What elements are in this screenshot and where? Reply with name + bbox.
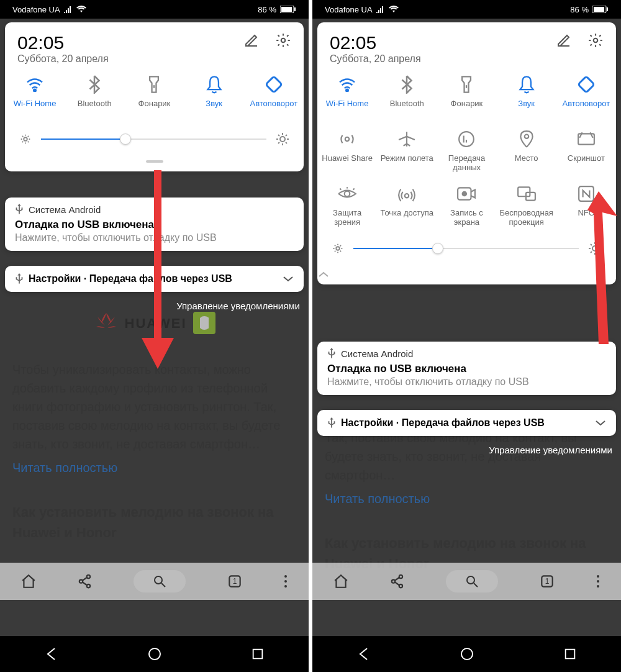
edit-icon[interactable] bbox=[244, 33, 259, 48]
data-icon bbox=[456, 129, 476, 149]
nav-back-icon[interactable] bbox=[356, 647, 371, 661]
notif-title: Отладка по USB включена bbox=[327, 363, 606, 375]
svg-point-16 bbox=[284, 575, 287, 578]
gear-icon[interactable] bbox=[275, 32, 291, 48]
article-title: Как установить мелодию на звонок на Huaw… bbox=[12, 502, 296, 543]
gear-icon[interactable] bbox=[587, 32, 604, 48]
qs-shot-label: Скриншот bbox=[568, 154, 605, 173]
home-icon[interactable] bbox=[20, 573, 37, 589]
svg-text:1: 1 bbox=[545, 577, 550, 586]
read-more-link[interactable]: Читать полностью bbox=[12, 458, 296, 477]
svg-rect-23 bbox=[607, 7, 608, 11]
qs-air-label: Режим полета bbox=[381, 154, 433, 173]
qs-airplane[interactable]: Режим полета bbox=[379, 129, 435, 173]
qs-rotate[interactable]: Автоповорот bbox=[558, 75, 614, 118]
notification-usb-transfer[interactable]: Настройки · Передача файлов через USB bbox=[317, 410, 616, 436]
svg-point-29 bbox=[460, 132, 474, 147]
rotate-icon bbox=[576, 75, 596, 94]
svg-rect-51 bbox=[565, 650, 574, 659]
brightness-high-icon bbox=[587, 241, 602, 256]
svg-point-48 bbox=[597, 580, 599, 583]
battery-label: 86 % bbox=[570, 5, 589, 14]
manage-notifications-link[interactable]: Управление уведомлениями bbox=[489, 445, 612, 455]
qs-torch-label: Фонарик bbox=[451, 99, 483, 118]
qs-huawei-share[interactable]: Huawei Share bbox=[319, 129, 375, 173]
battery-icon bbox=[592, 6, 609, 13]
collapse-chevron-icon[interactable] bbox=[317, 267, 616, 284]
svg-rect-1 bbox=[281, 7, 292, 12]
usb-icon bbox=[15, 273, 24, 284]
qs-eye-comfort[interactable]: Защита зрения bbox=[319, 184, 375, 227]
nav-home-icon[interactable] bbox=[460, 647, 474, 661]
notification-usb-transfer[interactable]: Настройки · Передача файлов через USB bbox=[5, 266, 304, 292]
qs-bluetooth[interactable]: Bluetooth bbox=[379, 75, 435, 118]
menu-dots-icon[interactable] bbox=[596, 574, 601, 589]
qs-torch[interactable]: Фонарик bbox=[438, 75, 494, 118]
qs-share-label: Huawei Share bbox=[322, 154, 373, 173]
qs-rotate[interactable]: Автоповорот bbox=[246, 75, 302, 118]
brightness-low-icon bbox=[331, 242, 345, 255]
qs-torch[interactable]: Фонарик bbox=[126, 75, 182, 118]
notif-subtitle: Нажмите, чтобы отключить отладку по USB bbox=[327, 376, 606, 388]
qs-bluetooth[interactable]: Bluetooth bbox=[66, 75, 122, 118]
brightness-low-icon bbox=[19, 132, 32, 146]
qs-screen-record[interactable]: Запись с экрана bbox=[438, 184, 494, 227]
nav-back-icon[interactable] bbox=[44, 647, 59, 661]
qs-row-3: Защита зрения Точка доступа Запись с экр… bbox=[317, 180, 616, 235]
share-icon[interactable] bbox=[389, 573, 406, 589]
quick-settings-panel-expanded[interactable]: 02:05 Суббота, 20 апреля Wi-Fi Home Blue… bbox=[317, 22, 616, 284]
tabs-icon[interactable]: 1 bbox=[539, 573, 555, 589]
menu-dots-icon[interactable] bbox=[283, 574, 288, 589]
notification-usb-debug[interactable]: Система Android Отладка по USB включена … bbox=[5, 198, 304, 251]
notification-usb-debug[interactable]: Система Android Отладка по USB включена … bbox=[317, 342, 616, 395]
nav-recent-icon[interactable] bbox=[563, 647, 577, 661]
notif-app-label: Система Android bbox=[341, 348, 413, 359]
battery-icon bbox=[280, 6, 296, 13]
bell-icon bbox=[517, 75, 537, 94]
tabs-icon[interactable]: 1 bbox=[227, 573, 243, 589]
navigation-bar bbox=[312, 636, 621, 672]
svg-point-8 bbox=[24, 137, 27, 141]
svg-point-47 bbox=[597, 575, 599, 578]
qs-wifi[interactable]: Wi-Fi Home bbox=[319, 75, 375, 118]
brightness-slider[interactable] bbox=[353, 248, 579, 249]
quick-settings-panel[interactable]: 02:05 Суббота, 20 апреля Wi-Fi Home Blue… bbox=[5, 22, 304, 171]
read-more-link[interactable]: Читать полностью bbox=[325, 489, 609, 508]
qs-wifi[interactable]: Wi-Fi Home bbox=[7, 75, 63, 118]
svg-point-30 bbox=[524, 135, 528, 138]
qs-wireless-projection[interactable]: Беспроводная проекция bbox=[499, 184, 555, 227]
nfc-icon bbox=[576, 184, 596, 204]
usb-icon bbox=[327, 348, 336, 359]
qs-row-1: Wi-Fi Home Bluetooth Фонарик Звук Автопо… bbox=[317, 71, 616, 125]
svg-point-28 bbox=[345, 137, 349, 141]
nav-home-icon[interactable] bbox=[147, 647, 162, 661]
flashlight-icon bbox=[456, 75, 476, 94]
article-paragraph: Так, поставив свою мелодию на контакт, в… bbox=[325, 429, 609, 484]
qs-mobile-data[interactable]: Передача данных bbox=[438, 129, 494, 173]
qs-sound[interactable]: Звук bbox=[186, 75, 242, 118]
qs-screenshot[interactable]: Скриншот bbox=[558, 129, 614, 173]
brightness-slider[interactable] bbox=[41, 138, 266, 140]
share-icon[interactable] bbox=[77, 573, 93, 589]
search-icon[interactable] bbox=[446, 570, 498, 593]
svg-rect-7 bbox=[266, 76, 282, 93]
panel-drag-handle[interactable] bbox=[146, 160, 163, 163]
svg-point-24 bbox=[594, 39, 598, 43]
browser-toolbar: 1 bbox=[0, 563, 309, 600]
home-icon[interactable] bbox=[333, 573, 349, 589]
battery-label: 86 % bbox=[258, 5, 276, 14]
search-icon[interactable] bbox=[134, 570, 186, 593]
qs-location[interactable]: Место bbox=[499, 129, 555, 173]
qs-wifi-label: Wi-Fi Home bbox=[14, 99, 57, 118]
navigation-bar bbox=[0, 636, 309, 672]
location-icon bbox=[517, 129, 537, 149]
nav-recent-icon[interactable] bbox=[251, 647, 265, 661]
brightness-slider-row bbox=[5, 125, 304, 158]
qs-sound[interactable]: Звук bbox=[499, 75, 555, 118]
edit-icon[interactable] bbox=[556, 33, 571, 48]
qs-hotspot[interactable]: Точка доступа bbox=[379, 184, 435, 227]
manage-notifications-link[interactable]: Управление уведомлениями bbox=[176, 301, 300, 311]
record-icon bbox=[456, 184, 476, 204]
svg-rect-36 bbox=[518, 187, 530, 196]
qs-nfc[interactable]: NFC bbox=[558, 184, 614, 227]
